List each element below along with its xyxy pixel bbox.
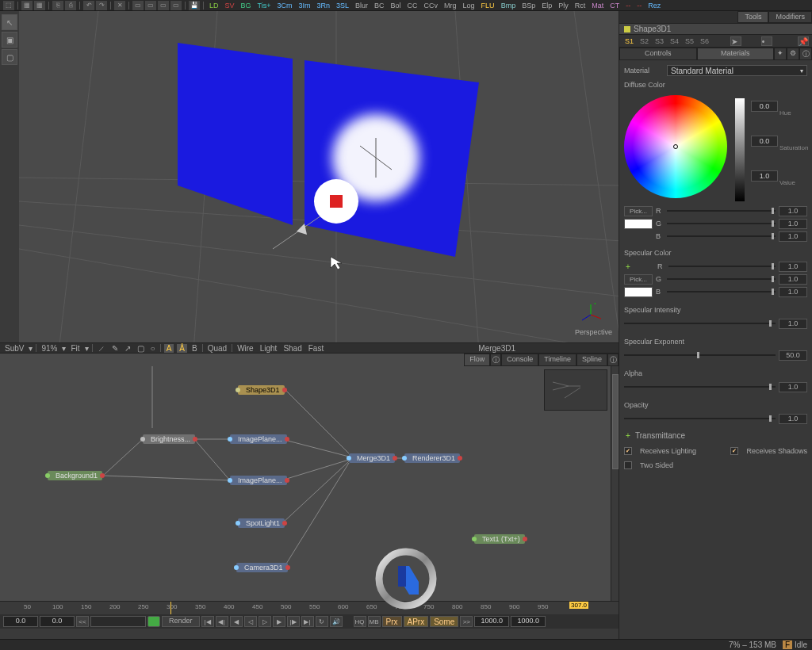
node-imageplane2[interactable]: ImagePlane... <box>230 476 287 485</box>
spec-g-slider[interactable] <box>667 278 776 280</box>
node-renderer3d1[interactable]: Renderer3D1 <box>404 453 460 463</box>
spec-exponent-slider[interactable] <box>624 354 776 356</box>
range-out-l[interactable]: 1000.0 <box>474 616 509 627</box>
tab-materials[interactable]: Materials <box>697 48 775 60</box>
range-in[interactable]: 0.0 <box>40 616 75 627</box>
goto-end-button[interactable]: ▶| <box>301 616 314 627</box>
flow-scrollbar[interactable] <box>611 366 619 601</box>
3cm-button[interactable]: 3Cm <box>274 2 294 10</box>
next-keyframe-button[interactable]: >> <box>460 616 473 627</box>
aprx-button[interactable]: APrx <box>404 616 429 627</box>
specular-expand[interactable]: + <box>624 262 632 271</box>
close-icon[interactable]: ✕ <box>114 1 125 10</box>
layout2-icon[interactable]: ▭ <box>145 1 156 10</box>
ply-button[interactable]: Ply <box>556 2 571 10</box>
play-back-button[interactable]: ◀ <box>230 616 243 627</box>
render-button[interactable]: Render <box>162 616 200 627</box>
node-spotlight1[interactable]: SpotLight1 <box>238 518 285 528</box>
bol-button[interactable]: Bol <box>389 2 404 10</box>
range-out-r[interactable]: 1000.0 <box>511 616 546 627</box>
state-dot-icon[interactable]: • <box>761 36 772 46</box>
audio-button[interactable]: 🔊 <box>330 616 343 627</box>
tool-1-icon[interactable]: ⟋ <box>96 344 107 353</box>
hq-button[interactable]: HQ <box>354 616 366 627</box>
material-dropdown[interactable]: Standard Material <box>667 65 807 76</box>
two-sided-checkbox[interactable] <box>624 461 632 469</box>
ccv-button[interactable]: CCv <box>422 2 441 10</box>
r-value[interactable]: 1.0 <box>779 206 807 216</box>
blur-button[interactable]: Blur <box>353 2 370 10</box>
val-value[interactable]: 1.0 <box>751 170 778 182</box>
opacity-slider[interactable] <box>624 418 776 419</box>
opacity-value[interactable]: 1.0 <box>779 414 807 424</box>
cube-tool[interactable]: ▣ <box>2 32 17 48</box>
spec-swatch[interactable] <box>624 287 653 297</box>
fit-button[interactable]: Fit <box>69 344 81 353</box>
bc-button[interactable]: BC <box>372 2 387 10</box>
mat-button[interactable]: Mat <box>589 2 606 10</box>
light-button[interactable]: Light <box>259 344 279 353</box>
layout4-icon[interactable]: ▭ <box>170 1 182 10</box>
spec-r-slider[interactable] <box>668 266 776 267</box>
3im-button[interactable]: 3Im <box>296 2 312 10</box>
step-back-button[interactable]: ◀| <box>216 616 228 627</box>
paste-icon[interactable]: ⎙ <box>65 1 76 10</box>
timeline-ruler[interactable]: 50 100 150 200 250 300 350 400 450 500 5… <box>0 602 619 614</box>
ax-button[interactable]: Å <box>177 344 187 353</box>
state-arrow-icon[interactable]: ➤ <box>730 36 741 46</box>
b-button[interactable]: B <box>190 344 199 353</box>
flu-button[interactable]: FLU <box>479 2 497 10</box>
state-s5[interactable]: S5 <box>683 37 696 45</box>
rct-button[interactable]: Rct <box>573 2 588 10</box>
quad-button[interactable]: Quad <box>206 344 228 353</box>
receives-shadows-checkbox[interactable]: ✔ <box>730 447 738 455</box>
tab-util2-icon[interactable]: ⚙ <box>787 48 799 60</box>
node-shape3d1[interactable]: Shape3D1 <box>238 385 285 395</box>
goto-start-button[interactable]: |◀ <box>201 616 214 627</box>
flow-navigator[interactable] <box>544 369 607 411</box>
tab-controls[interactable]: Controls <box>619 48 697 60</box>
diffuse-swatch[interactable] <box>624 219 653 229</box>
spec-r-value[interactable]: 1.0 <box>779 262 807 272</box>
prev-keyframe-button[interactable]: << <box>76 616 89 627</box>
step-fwd-button[interactable]: |▶ <box>287 616 300 627</box>
some-button[interactable]: Some <box>430 616 458 627</box>
prim-tool[interactable]: ▢ <box>2 49 17 65</box>
node-merge3d1[interactable]: Merge3D1 <box>349 453 395 463</box>
node-imageplane1[interactable]: ImagePlane... <box>230 434 287 444</box>
shad-button[interactable]: Shad <box>282 344 303 353</box>
sat-value[interactable]: 0.0 <box>751 136 778 147</box>
next-frame-button[interactable]: ▷ <box>259 616 271 627</box>
new-icon[interactable]: ▦ <box>21 1 33 10</box>
tab-timeline[interactable]: Timeline <box>538 354 576 366</box>
node-brightness[interactable]: Brightness... <box>143 434 195 444</box>
loop-button[interactable]: ↻ <box>316 616 328 627</box>
alpha-slider[interactable] <box>624 386 776 388</box>
layout3-icon[interactable]: ▭ <box>158 1 169 10</box>
record-button[interactable] <box>147 616 160 627</box>
playhead[interactable] <box>170 602 171 614</box>
subdiv-button[interactable]: SubV <box>3 344 25 353</box>
spec-b-value[interactable]: 1.0 <box>779 287 807 297</box>
tab-util1-icon[interactable]: ✦ <box>774 48 787 60</box>
spec-intensity-value[interactable]: 1.0 <box>779 319 807 329</box>
redo-icon[interactable]: ↷ <box>96 1 107 10</box>
ct-button[interactable]: CT <box>607 2 622 10</box>
state-s3[interactable]: S3 <box>653 37 666 45</box>
diffuse-pick-button[interactable]: Pick... <box>624 206 653 216</box>
receives-lighting-checkbox[interactable]: ✔ <box>624 447 632 455</box>
spec-exponent-value[interactable]: 50.0 <box>779 350 807 361</box>
fast-button[interactable]: Fast <box>307 344 325 353</box>
state-pin-icon[interactable]: 📌 <box>798 36 809 46</box>
bsp-button[interactable]: BSp <box>519 2 538 10</box>
a-button[interactable]: A <box>164 344 174 353</box>
color-wheel[interactable] <box>624 95 727 198</box>
layout1-icon[interactable]: ▭ <box>132 1 144 10</box>
state-s1[interactable]: S1 <box>622 37 636 45</box>
3rn-button[interactable]: 3Rn <box>315 2 333 10</box>
sv-button[interactable]: SV <box>223 2 237 10</box>
save-icon[interactable]: 💾 <box>189 1 200 10</box>
misc2-button[interactable]: -- <box>634 2 644 10</box>
undo-icon[interactable]: ↶ <box>83 1 94 10</box>
alpha-value[interactable]: 1.0 <box>779 382 807 392</box>
